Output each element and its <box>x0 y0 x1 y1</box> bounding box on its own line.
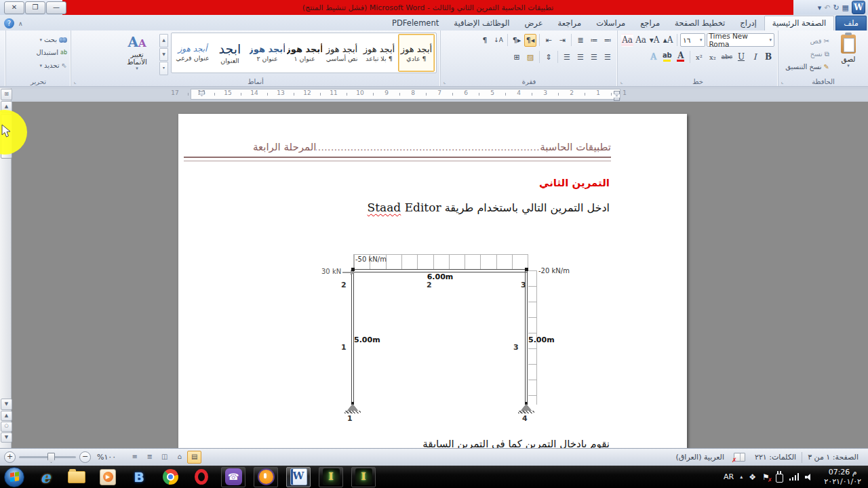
dropbox-icon[interactable]: ❖ <box>749 472 756 482</box>
text-effects-button[interactable]: A <box>648 51 660 64</box>
borders-button[interactable]: ⊞ <box>511 51 523 64</box>
subscript-button[interactable]: x₂ <box>707 51 719 64</box>
style-subtitle[interactable]: أبجد هوزعنوان فرعي <box>174 34 211 72</box>
replace-button[interactable]: ab استبدال <box>9 47 67 58</box>
change-styles-button[interactable]: AA تغييرالأنماط ▾ <box>117 33 157 75</box>
help-icon[interactable]: ? <box>4 18 14 28</box>
bullets-button[interactable]: ≔ <box>601 34 614 47</box>
shrink-font-button[interactable]: A▾ <box>648 34 660 47</box>
redo-icon[interactable]: ↻ <box>833 3 839 12</box>
align-center-button[interactable]: ☰ <box>588 51 600 64</box>
start-button[interactable] <box>3 468 26 487</box>
style-no-spacing[interactable]: أبجد هوز¶ بلا تباعد <box>361 34 397 72</box>
font-size-dropdown-icon[interactable]: ▾ <box>700 37 703 43</box>
format-painter-button[interactable]: ✎ نسخ التنسيق <box>785 61 829 73</box>
tab-references[interactable]: مراجع <box>633 16 667 30</box>
power-icon[interactable] <box>776 474 783 483</box>
viber-icon[interactable]: ☎ <box>221 467 245 487</box>
show-hidden-icons[interactable]: ▴ <box>740 474 743 480</box>
bold-button[interactable]: B <box>762 51 774 64</box>
tab-page-layout[interactable]: تخطيط الصفحة <box>667 16 732 30</box>
zoom-out-button[interactable]: − <box>79 451 91 463</box>
rtl-direction-button[interactable]: ◂¶ <box>524 34 536 47</box>
clear-formatting-button[interactable]: Aa <box>621 34 633 47</box>
grow-font-button[interactable]: A▴ <box>662 34 674 47</box>
zoom-level[interactable]: %١٠٠ <box>97 453 116 462</box>
document-page[interactable]: تطبيقات الحاسبة ........................… <box>178 114 687 448</box>
numbering-button[interactable]: ≕ <box>588 34 600 47</box>
justify-button[interactable]: ☰ <box>561 51 573 64</box>
language-indicator[interactable]: العربية (العراق) <box>671 453 730 462</box>
italic-button[interactable]: I <box>749 51 761 64</box>
draft-view-button[interactable]: ≡ <box>127 451 142 464</box>
multilevel-list-button[interactable]: ≣ <box>574 34 587 47</box>
tab-add-ins[interactable]: الوظائف الإضافية <box>446 16 517 30</box>
privacy-app-icon[interactable] <box>254 467 278 487</box>
style-title[interactable]: ابجدالعنوان <box>212 34 248 72</box>
close-button[interactable]: ✕ <box>4 1 24 14</box>
align-left-button[interactable]: ☰ <box>574 51 587 64</box>
shading-button[interactable]: ▨ <box>524 51 536 64</box>
text-highlight-button[interactable]: ab <box>661 51 673 64</box>
ltr-direction-button[interactable]: ▸¶ <box>511 34 523 47</box>
styles-scroll-up-icon[interactable]: ▲ <box>159 34 168 47</box>
paste-dropdown-icon[interactable]: ▾ <box>847 63 850 68</box>
zoom-slider[interactable] <box>19 456 76 458</box>
print-layout-button[interactable]: ▤ <box>187 451 201 464</box>
minimize-button[interactable]: — <box>46 1 66 14</box>
collapse-ribbon-icon[interactable]: ∧ <box>18 20 23 27</box>
style-heading2[interactable]: أبجد هوزعنوان ٢ <box>249 34 285 72</box>
staad-pro-icon[interactable]: I <box>319 467 343 487</box>
font-color-button[interactable]: A <box>675 51 687 64</box>
staad-pro-icon-2[interactable]: I <box>351 467 376 487</box>
next-page-button[interactable]: ▼ <box>1 432 12 443</box>
clock[interactable]: 07:26 م ٢٠٢١/٠١/٠٢ <box>820 468 865 487</box>
select-browse-object-button[interactable]: ○ <box>1 422 12 432</box>
tab-pdfelement[interactable]: PDFelement <box>384 16 446 30</box>
internet-explorer-icon[interactable]: e <box>34 468 57 487</box>
proofing-errors-icon[interactable]: ✗ <box>734 453 745 462</box>
font-name-select[interactable]: Times New Roma ▾ <box>707 33 775 47</box>
language-tray-indicator[interactable]: AR <box>724 472 734 481</box>
show-marks-button[interactable]: ¶ <box>479 34 491 47</box>
tab-insert[interactable]: إدراج <box>732 16 764 30</box>
horizontal-ruler[interactable]: 17161514131211109876543211 <box>12 89 868 100</box>
style-heading1[interactable]: أبجد هوزعنوان ١ <box>286 34 323 72</box>
restore-button[interactable]: ❐ <box>25 1 45 14</box>
paste-button[interactable]: لصق ▾ <box>832 33 865 76</box>
outline-view-button[interactable]: ≣ <box>142 451 157 464</box>
bluetooth-icon[interactable]: B <box>127 468 151 487</box>
cut-button[interactable]: ✂ قص <box>785 35 829 47</box>
page-indicator[interactable]: الصفحة: ١ من ٣ <box>802 453 864 462</box>
select-button[interactable]: ⇖ تحديد ▾ <box>9 60 67 71</box>
change-case-button[interactable]: Aa <box>635 34 647 47</box>
word-count[interactable]: الكلمات: ٢٢١ <box>749 453 802 462</box>
opera-icon[interactable] <box>190 468 213 487</box>
word-taskbar-icon[interactable]: W <box>286 467 311 487</box>
web-layout-button[interactable]: ◫ <box>157 451 172 464</box>
file-explorer-icon[interactable] <box>65 468 88 487</box>
style-normal[interactable]: أبجد هوز¶ عادي <box>398 34 435 72</box>
media-player-icon[interactable]: ▶ <box>96 468 119 487</box>
chrome-icon[interactable] <box>159 468 182 487</box>
tab-view[interactable]: عرض <box>517 16 550 30</box>
change-styles-dropdown-icon[interactable]: ▾ <box>136 66 138 71</box>
tab-mailings[interactable]: مراسلات <box>589 16 633 30</box>
view-ruler-toggle[interactable]: ⊞ <box>1 89 12 100</box>
strikethrough-button[interactable]: abc <box>720 51 734 64</box>
tab-review[interactable]: مراجعة <box>551 16 589 30</box>
zoom-slider-thumb[interactable] <box>47 453 55 463</box>
find-button[interactable]: بحث ▾ <box>9 34 67 45</box>
copy-button[interactable]: ⧉ نسخ <box>785 48 829 60</box>
word-logo-icon[interactable]: W <box>852 1 865 14</box>
tab-file[interactable]: ملف <box>835 16 867 30</box>
save-icon[interactable]: ▦ <box>842 3 849 12</box>
line-spacing-button[interactable]: ⇕ <box>542 51 555 64</box>
superscript-button[interactable]: x² <box>693 51 705 64</box>
font-name-dropdown-icon[interactable]: ▾ <box>769 37 772 43</box>
styles-more-icon[interactable]: ▾ <box>159 62 168 75</box>
frame-diagram[interactable]: -50 kN/m -20 kN/m 30 kN 6.00m 2 2 3 1 5.… <box>178 114 687 448</box>
reading-view-button[interactable]: ⌂ <box>172 451 186 464</box>
decrease-indent-button[interactable]: ⇤ <box>542 34 555 47</box>
scroll-down-button[interactable]: ▼ <box>1 399 12 410</box>
